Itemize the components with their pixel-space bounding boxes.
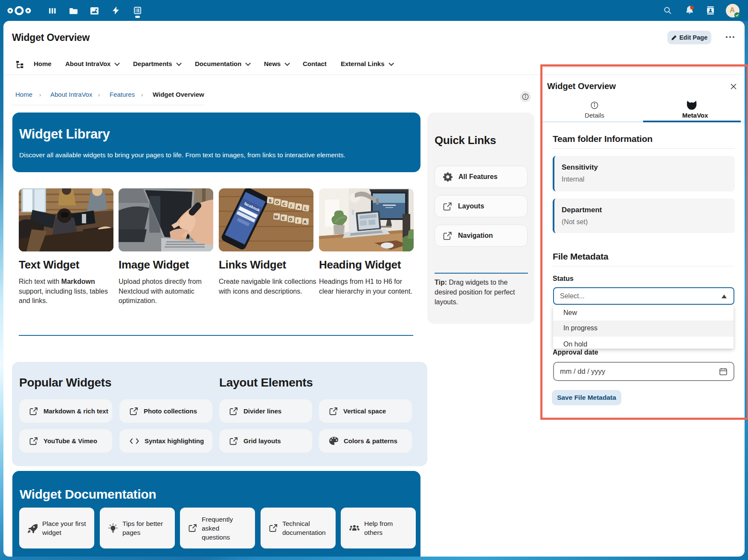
svg-text:E: E [282, 216, 285, 220]
svg-text:O: O [275, 200, 279, 205]
svg-text:D: D [289, 217, 293, 222]
svg-text:A: A [297, 205, 301, 210]
svg-text:M: M [274, 214, 278, 219]
svg-text:A: A [303, 219, 307, 224]
svg-text:C: C [282, 202, 286, 207]
